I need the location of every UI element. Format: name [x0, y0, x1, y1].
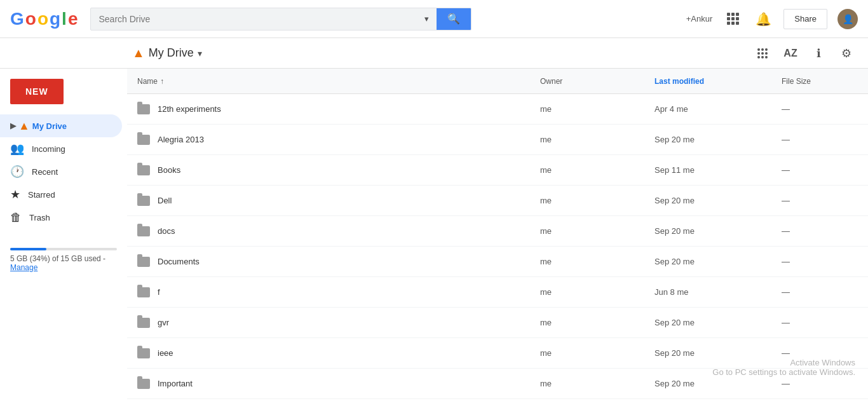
file-name: f	[158, 287, 540, 297]
folder-icon	[137, 379, 158, 389]
sidebar-item-label-mydrive: My Drive	[32, 121, 67, 131]
share-button[interactable]: Share	[783, 9, 827, 29]
file-modified: Apr 4 me	[654, 104, 782, 114]
sort-indicator: ↑	[160, 77, 164, 86]
notifications-button[interactable]: 🔔	[753, 9, 773, 29]
file-owner: me	[540, 318, 654, 327]
folder-icon	[137, 165, 158, 175]
column-name[interactable]: Name ↑	[137, 77, 540, 86]
sidebar-item-recent[interactable]: 🕐 Recent	[0, 160, 122, 183]
column-last-modified[interactable]: Last modified	[654, 77, 782, 86]
topbar: Google ▾ 🔍 +Ankur 🔔 Share 👤	[0, 0, 868, 38]
search-button[interactable]: 🔍	[437, 8, 471, 30]
sidebar-item-label-recent: Recent	[32, 167, 58, 177]
file-owner: me	[540, 379, 654, 388]
grid-view-icon	[757, 48, 768, 58]
sidebar: NEW ▶ ▲ My Drive 👥 Incoming 🕐 Recent ★ S…	[0, 69, 127, 415]
file-size: —	[782, 379, 858, 388]
table-header: Name ↑ Owner Last modified File Size	[127, 69, 868, 94]
grid-view-button[interactable]	[751, 42, 774, 65]
chevron-down-icon: ▾	[424, 14, 429, 24]
table-row[interactable]: Alegria 2013 me Sep 20 me —	[127, 125, 868, 155]
info-icon: ℹ	[817, 46, 821, 60]
file-size: —	[782, 104, 858, 114]
sidebar-item-label-starred: Starred	[28, 190, 55, 200]
file-modified: Sep 20 me	[654, 135, 782, 144]
file-name: 12th experiments	[158, 104, 540, 114]
sidebar-item-incoming[interactable]: 👥 Incoming	[0, 137, 122, 160]
expand-arrow-icon: ▶	[10, 121, 16, 130]
file-name: Alegria 2013	[158, 135, 540, 144]
folder-icon	[137, 318, 158, 328]
logo-o2: o	[37, 9, 48, 29]
file-owner: me	[540, 226, 654, 236]
table-row[interactable]: Documents me Sep 20 me —	[127, 247, 868, 277]
table-row[interactable]: f me Jun 8 me —	[127, 277, 868, 308]
column-owner: Owner	[540, 77, 654, 86]
manage-storage-link[interactable]: Manage	[10, 263, 37, 272]
file-modified: Sep 11 me	[654, 165, 782, 175]
logo-o1: o	[25, 9, 36, 29]
user-name-link[interactable]: +Ankur	[686, 14, 713, 24]
file-size: —	[782, 135, 858, 144]
sidebar-item-trash[interactable]: 🗑 Trash	[0, 206, 122, 229]
table-row[interactable]: Books me Sep 11 me —	[127, 155, 868, 186]
main-layout: NEW ▶ ▲ My Drive 👥 Incoming 🕐 Recent ★ S…	[0, 69, 868, 415]
google-logo[interactable]: Google	[10, 9, 78, 29]
folder-icon	[137, 348, 158, 358]
storage-bar	[10, 248, 117, 250]
star-icon: ★	[10, 187, 20, 201]
file-modified: Sep 20 me	[654, 196, 782, 205]
subheader-right: AZ ℹ ⚙	[751, 42, 858, 65]
avatar-image: 👤	[843, 14, 853, 24]
search-input[interactable]	[91, 8, 416, 30]
file-name: Books	[158, 165, 540, 175]
file-size: —	[782, 257, 858, 266]
drive-logo-icon: ▲	[132, 46, 145, 60]
sidebar-item-my-drive[interactable]: ▶ ▲ My Drive	[0, 114, 122, 137]
new-button[interactable]: NEW	[10, 79, 64, 104]
file-size: —	[782, 287, 858, 297]
drive-sidebar-icon: ▲	[18, 119, 30, 133]
folder-icon	[137, 257, 158, 267]
info-button[interactable]: ℹ	[807, 42, 830, 65]
folder-icon	[137, 226, 158, 236]
sidebar-item-starred[interactable]: ★ Starred	[0, 183, 122, 206]
file-modified: Sep 20 me	[654, 379, 782, 388]
trash-icon: 🗑	[10, 211, 22, 224]
sort-button[interactable]: AZ	[779, 42, 802, 65]
col-name-label: Name	[137, 77, 158, 86]
file-owner: me	[540, 348, 654, 358]
table-row[interactable]: Important me Sep 20 me —	[127, 369, 868, 399]
storage-info: 5 GB (34%) of 15 GB used - Manage	[0, 234, 127, 282]
file-size: —	[782, 165, 858, 175]
folder-icon	[137, 196, 158, 206]
table-row[interactable]: docs me Sep 20 me —	[127, 216, 868, 247]
search-bar: ▾ 🔍	[90, 8, 471, 31]
mydrive-label: My Drive	[149, 46, 194, 60]
search-dropdown-button[interactable]: ▾	[416, 8, 437, 30]
table-row[interactable]: 12th experiments me Apr 4 me —	[127, 94, 868, 125]
apps-button[interactable]	[722, 9, 743, 29]
search-icon: 🔍	[447, 13, 460, 25]
sidebar-item-label-trash: Trash	[29, 213, 50, 222]
file-size: —	[782, 318, 858, 327]
mydrive-chevron-icon: ▾	[198, 48, 202, 58]
table-row[interactable]: Dell me Sep 20 me —	[127, 186, 868, 216]
logo-g: G	[10, 9, 24, 29]
sort-icon: AZ	[783, 48, 797, 59]
file-list: 12th experiments me Apr 4 me — Alegria 2…	[127, 94, 868, 399]
file-owner: me	[540, 196, 654, 205]
file-modified: Sep 20 me	[654, 226, 782, 236]
avatar[interactable]: 👤	[837, 9, 858, 29]
folder-icon	[137, 104, 158, 114]
table-row[interactable]: ieee me Sep 20 me —	[127, 338, 868, 369]
people-icon: 👥	[10, 142, 24, 156]
file-name: Important	[158, 379, 540, 388]
settings-button[interactable]: ⚙	[835, 42, 858, 65]
waffle-icon	[727, 13, 739, 25]
mydrive-title[interactable]: ▲ My Drive ▾	[132, 46, 202, 60]
file-owner: me	[540, 165, 654, 175]
file-owner: me	[540, 135, 654, 144]
table-row[interactable]: gvr me Sep 20 me —	[127, 308, 868, 338]
